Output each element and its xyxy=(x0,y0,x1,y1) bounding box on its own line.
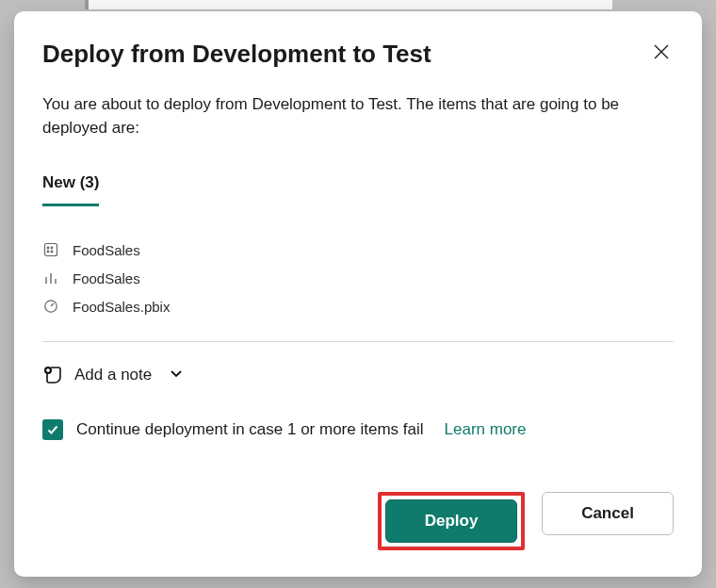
svg-point-5 xyxy=(47,251,49,253)
continue-row: Continue deployment in case 1 or more it… xyxy=(42,419,674,440)
close-button[interactable] xyxy=(649,40,674,64)
svg-point-6 xyxy=(51,251,53,253)
background-content xyxy=(85,0,612,9)
list-item: FoodSales.pbix xyxy=(42,292,674,320)
chevron-down-icon xyxy=(169,366,184,385)
modal-description: You are about to deploy from Development… xyxy=(42,93,674,139)
item-name: FoodSales.pbix xyxy=(73,299,170,315)
item-name: FoodSales xyxy=(73,270,140,286)
deploy-modal: Deploy from Development to Test You are … xyxy=(14,11,702,577)
svg-rect-2 xyxy=(45,244,57,256)
continue-checkbox[interactable] xyxy=(42,419,63,440)
dataset-icon xyxy=(42,241,59,258)
continue-label: Continue deployment in case 1 or more it… xyxy=(76,420,424,439)
tab-new[interactable]: New (3) xyxy=(42,173,99,206)
add-note-toggle[interactable]: Add a note xyxy=(42,365,184,385)
modal-header: Deploy from Development to Test xyxy=(42,40,674,69)
report-icon xyxy=(42,270,59,286)
modal-title: Deploy from Development to Test xyxy=(42,40,431,69)
close-icon xyxy=(653,49,670,63)
add-note-label: Add a note xyxy=(74,366,152,384)
modal-footer: Deploy Cancel xyxy=(42,466,674,550)
items-list: FoodSales FoodSales FoodSales.pbix xyxy=(42,236,674,320)
note-icon xyxy=(42,365,63,385)
list-item: FoodSales xyxy=(42,264,674,292)
list-item: FoodSales xyxy=(42,236,674,264)
tabs: New (3) xyxy=(42,173,674,207)
svg-point-4 xyxy=(51,247,53,249)
cancel-button[interactable]: Cancel xyxy=(542,492,674,535)
dashboard-icon xyxy=(42,298,59,315)
learn-more-link[interactable]: Learn more xyxy=(445,420,527,439)
item-name: FoodSales xyxy=(73,242,140,258)
deploy-highlight: Deploy xyxy=(378,492,525,550)
divider xyxy=(42,341,674,342)
svg-line-11 xyxy=(51,303,54,306)
svg-point-3 xyxy=(47,247,49,249)
deploy-button[interactable]: Deploy xyxy=(385,499,517,543)
